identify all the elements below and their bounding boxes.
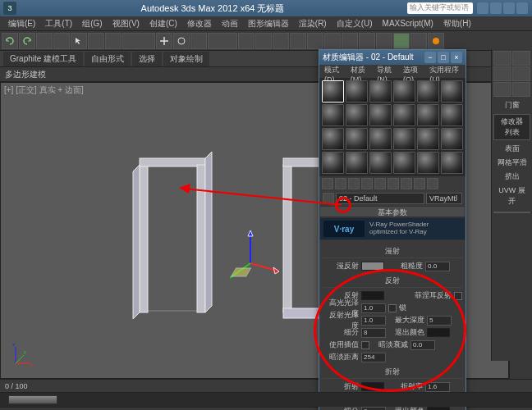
me-menu-mode[interactable]: 模式(D) — [321, 65, 347, 78]
menu-group[interactable]: 组(G) — [77, 18, 107, 30]
maximize-icon[interactable] — [503, 2, 515, 14]
me-assign-icon[interactable] — [348, 178, 360, 189]
sample-slot[interactable] — [417, 104, 439, 126]
me-reset-icon[interactable] — [361, 178, 373, 189]
spin-hilight[interactable]: 1.0 — [361, 303, 386, 313]
cp-tab-util[interactable] — [512, 82, 530, 97]
cp-uvw[interactable]: UVW 展开 — [492, 184, 532, 208]
scale-icon[interactable] — [190, 33, 207, 49]
sample-slot[interactable] — [322, 80, 344, 102]
schematic-icon[interactable] — [376, 33, 392, 49]
me-maximize-icon[interactable]: □ — [438, 52, 449, 63]
check-fresnel[interactable] — [454, 292, 462, 300]
cp-tab-hier[interactable] — [493, 66, 511, 81]
sample-slot[interactable] — [417, 128, 439, 150]
me-gomap-icon[interactable] — [427, 178, 438, 189]
sample-slot[interactable] — [322, 128, 344, 150]
select-name-icon[interactable] — [88, 33, 104, 49]
select-region-icon[interactable] — [105, 33, 122, 49]
cp-extrude[interactable]: 挤出 — [492, 170, 532, 184]
help-icon[interactable] — [477, 2, 488, 14]
sample-slot[interactable] — [441, 128, 463, 150]
sample-slot[interactable] — [369, 104, 392, 126]
trackbar[interactable] — [0, 392, 532, 407]
swatch-exitcolor[interactable] — [427, 407, 450, 410]
menu-animation[interactable]: 动画 — [217, 18, 243, 30]
menu-create[interactable]: 创建(C) — [144, 18, 182, 30]
spin-rsubdiv[interactable]: 8 — [361, 328, 386, 338]
render-icon[interactable] — [428, 33, 444, 49]
time-slider[interactable] — [8, 395, 57, 404]
ribbon-tab-graphite[interactable]: Graphite 建模工具 — [3, 52, 83, 66]
sample-slot[interactable] — [322, 152, 344, 174]
cp-rollout-area[interactable] — [493, 212, 530, 213]
sample-slot[interactable] — [346, 80, 368, 102]
sample-slot[interactable] — [393, 104, 415, 126]
sample-slot[interactable] — [393, 80, 415, 102]
menu-edit[interactable]: 编辑(E) — [3, 18, 40, 30]
sample-slot[interactable] — [346, 104, 368, 126]
modifier-list-dropdown[interactable]: 修改器列表 — [493, 114, 530, 140]
spin-roughness[interactable]: 0.0 — [425, 262, 450, 271]
cp-tab-modify[interactable] — [512, 51, 530, 66]
menu-customize[interactable]: 自定义(U) — [332, 18, 378, 30]
me-menu-options[interactable]: 选项(O) — [400, 65, 426, 78]
spin-ior[interactable]: 1.6 — [425, 382, 450, 392]
curve-editor-icon[interactable] — [359, 33, 375, 49]
sample-slot[interactable] — [369, 128, 392, 150]
me-make-unique-icon[interactable] — [388, 178, 399, 189]
close-icon[interactable] — [516, 2, 528, 14]
percent-snap-icon[interactable] — [290, 33, 306, 49]
align-icon[interactable] — [324, 33, 341, 49]
cp-surface[interactable]: 表面 — [492, 142, 532, 156]
swatch-refract[interactable] — [361, 382, 384, 391]
menu-tools[interactable]: 工具(T) — [40, 18, 77, 30]
cp-meshsmooth[interactable]: 网格平滑 — [492, 156, 532, 170]
cp-tab-motion[interactable] — [512, 66, 530, 81]
search-input[interactable]: 输入关键字或短语 — [407, 2, 473, 14]
pivot-icon[interactable] — [238, 33, 255, 49]
angle-snap-icon[interactable] — [273, 33, 289, 49]
swatch-diffuse[interactable] — [361, 262, 384, 271]
spin-rglossy[interactable]: 1.0 — [361, 316, 386, 326]
cp-tab-create[interactable] — [493, 51, 511, 66]
check-lock[interactable] — [388, 304, 397, 312]
swatch-exitcolor-r[interactable] — [427, 328, 450, 337]
mirror-icon[interactable] — [307, 33, 323, 49]
swatch-reflect[interactable] — [361, 291, 384, 300]
me-menu-nav[interactable]: 导航(N) — [374, 65, 400, 78]
sample-slot[interactable] — [393, 128, 415, 150]
sample-slot[interactable] — [393, 152, 415, 174]
me-type-button[interactable]: VRayMtl — [426, 193, 462, 204]
minimize-icon[interactable] — [490, 2, 502, 14]
sample-slot[interactable] — [369, 152, 392, 174]
me-menu-utils[interactable]: 实用程序(U) — [426, 65, 464, 78]
sample-slot[interactable] — [441, 152, 463, 174]
me-showend-icon[interactable] — [414, 178, 425, 189]
refcoord-dropdown[interactable] — [208, 33, 237, 49]
app-logo[interactable]: 3 — [3, 2, 16, 15]
ribbon-tab-paint[interactable]: 对象绘制 — [163, 52, 209, 66]
filter-dropdown[interactable] — [122, 33, 155, 49]
me-close-icon[interactable]: × — [451, 52, 462, 63]
spin-subdiv[interactable]: 8 — [361, 407, 386, 411]
me-put-icon[interactable] — [335, 178, 346, 189]
cp-tab-display[interactable] — [493, 82, 511, 97]
menu-maxscript[interactable]: MAXScript(M) — [378, 19, 438, 28]
spin-dimfall[interactable]: 0.0 — [410, 340, 435, 350]
me-minimize-icon[interactable]: − — [424, 52, 436, 63]
me-name-dropdown[interactable]: 02 - Default — [336, 193, 424, 204]
spin-maxdepth-r[interactable]: 5 — [427, 316, 452, 326]
sample-slot[interactable] — [346, 152, 368, 174]
sample-slot[interactable] — [441, 80, 463, 102]
sample-slot[interactable] — [417, 152, 439, 174]
rotate-icon[interactable] — [173, 33, 190, 49]
menu-modifiers[interactable]: 修改器 — [182, 18, 217, 30]
layers-icon[interactable] — [342, 33, 358, 49]
me-get-icon[interactable] — [322, 178, 333, 189]
menu-render[interactable]: 渲染(R) — [294, 18, 332, 30]
menu-graph[interactable]: 图形编辑器 — [243, 18, 294, 30]
ribbon-tab-select[interactable]: 选择 — [132, 52, 162, 66]
sample-slot[interactable] — [441, 104, 463, 126]
spin-dimdist[interactable]: 254 — [361, 353, 386, 362]
